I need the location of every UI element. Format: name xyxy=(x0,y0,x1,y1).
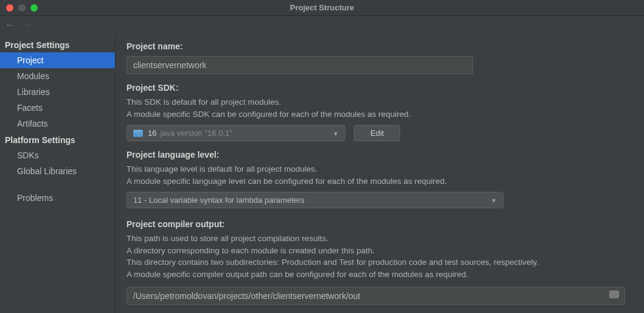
sidebar-item-label: Facets xyxy=(17,103,43,113)
maximize-window-button[interactable] xyxy=(30,4,38,12)
compiler-output-label: Project compiler output: xyxy=(126,219,633,229)
sidebar: Project Settings Project Modules Librari… xyxy=(0,34,116,313)
chevron-down-icon: ▼ xyxy=(491,197,497,203)
titlebar: Project Structure xyxy=(0,0,644,16)
compiler-output-desc: A module specific compiler output path c… xyxy=(126,269,633,281)
project-sdk-dropdown[interactable]: 16 java version "16.0.1" ▼ xyxy=(126,125,345,141)
sidebar-item-label: Project xyxy=(17,55,44,65)
window-controls xyxy=(0,4,38,12)
chevron-down-icon: ▼ xyxy=(333,130,339,136)
compiler-output-desc: A directory corresponding to each module… xyxy=(126,245,633,257)
window-title: Project Structure xyxy=(290,3,354,12)
language-level-value: 11 - Local variable syntax for lambda pa… xyxy=(133,195,305,205)
sidebar-item-libraries[interactable]: Libraries xyxy=(0,84,115,100)
sidebar-item-project[interactable]: Project xyxy=(0,52,115,68)
sdk-value-secondary: java version "16.0.1" xyxy=(160,128,232,138)
compiler-output-input[interactable] xyxy=(126,287,625,305)
sidebar-heading-platform-settings: Platform Settings xyxy=(0,132,115,147)
sidebar-item-global-libraries[interactable]: Global Libraries xyxy=(0,163,115,179)
close-window-button[interactable] xyxy=(6,4,13,12)
language-level-desc: A module specific language level can be … xyxy=(126,175,633,188)
sidebar-item-sdks[interactable]: SDKs xyxy=(0,147,115,163)
browse-folder-icon[interactable] xyxy=(609,290,619,298)
nav-toolbar: ← → xyxy=(0,16,644,34)
sdk-value-primary: 16 xyxy=(148,128,156,138)
sidebar-item-label: Global Libraries xyxy=(17,166,77,176)
project-sdk-desc: A module specific SDK can be configured … xyxy=(126,108,633,121)
content-pane: Project name: Project SDK: This SDK is d… xyxy=(116,34,644,313)
forward-arrow-icon[interactable]: → xyxy=(23,19,33,30)
language-level-dropdown[interactable]: 11 - Local variable syntax for lambda pa… xyxy=(126,192,504,208)
compiler-output-desc: This path is used to store all project c… xyxy=(126,233,633,245)
sidebar-item-facets[interactable]: Facets xyxy=(0,100,115,116)
sidebar-item-label: Problems xyxy=(17,193,53,203)
project-sdk-label: Project SDK: xyxy=(126,83,633,93)
sidebar-item-label: Artifacts xyxy=(17,119,48,128)
project-name-label: Project name: xyxy=(126,41,633,51)
language-level-label: Project language level: xyxy=(126,150,633,160)
sidebar-item-label: Modules xyxy=(17,71,49,81)
project-sdk-desc: This SDK is default for all project modu… xyxy=(126,96,633,108)
sidebar-item-label: SDKs xyxy=(17,150,39,160)
sidebar-item-modules[interactable]: Modules xyxy=(0,68,115,84)
sidebar-item-label: Libraries xyxy=(17,87,50,97)
folder-icon xyxy=(133,130,143,137)
edit-sdk-button[interactable]: Edit xyxy=(354,125,400,141)
language-level-desc: This language level is default for all p… xyxy=(126,163,633,175)
back-arrow-icon[interactable]: ← xyxy=(5,19,15,30)
minimize-window-button[interactable] xyxy=(18,4,26,12)
sidebar-heading-project-settings: Project Settings xyxy=(0,37,115,52)
sidebar-item-problems[interactable]: Problems xyxy=(0,190,115,206)
compiler-output-desc: This directory contains two subdirectori… xyxy=(126,256,633,269)
project-name-input[interactable] xyxy=(126,56,473,74)
sidebar-item-artifacts[interactable]: Artifacts xyxy=(0,116,115,132)
